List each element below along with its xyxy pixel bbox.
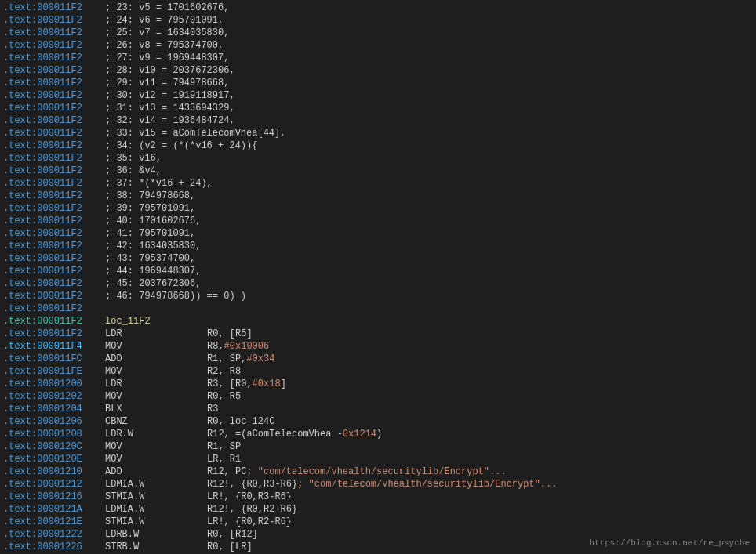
code-address: .text:000011F2: [3, 128, 105, 139]
code-line: .text:000011F2 ; 32: v14 = 1936484724,: [0, 114, 756, 127]
code-address: .text:000011F2: [3, 228, 105, 239]
code-comment: ; 39: 795701091,: [105, 203, 195, 214]
code-mnemonic: LDMIA.W: [105, 504, 207, 515]
code-line: .text:000011F2 ; 34: (v2 = (*(*v16 + 24)…: [0, 139, 756, 152]
code-comment: ; 25: v7 = 1634035830,: [105, 27, 229, 38]
code-address: .text:000011F2: [3, 2, 105, 13]
code-line: .text:00001212 LDMIA.W R12!, {R0,R3-R6} …: [0, 478, 756, 491]
code-address: .text:00001222: [3, 529, 105, 540]
code-line: .text:000011F2: [0, 302, 756, 315]
code-address: .text:000011F2: [3, 291, 105, 302]
code-comment: ; 28: v10 = 2037672306,: [105, 65, 235, 76]
code-mnemonic: MOV: [105, 341, 207, 352]
code-mnemonic: LDR: [105, 328, 207, 339]
code-address: .text:0000121A: [3, 504, 105, 515]
code-comment: ; 32: v14 = 1936484724,: [105, 115, 235, 126]
code-comment: ; 35: v16,: [105, 153, 162, 164]
code-comment: ; 44: 1969448307,: [105, 266, 201, 277]
code-mnemonic: STRB.W: [105, 541, 207, 552]
code-mnemonic: STMIA.W: [105, 491, 207, 502]
code-line: .text:000011F2 loc_11F2: [0, 315, 756, 328]
watermark: https://blog.csdn.net/re_psyche: [589, 538, 750, 548]
code-address: .text:000011F2: [3, 253, 105, 264]
code-operand: R2, R8: [207, 366, 241, 377]
code-address: .text:000011F2: [3, 303, 105, 314]
code-address: .text:000011F2: [3, 140, 105, 151]
code-mnemonic: STMIA.W: [105, 516, 207, 527]
code-address: .text:000011F2: [3, 90, 105, 101]
code-operand: R12, =(aComTelecomVhea -: [207, 429, 343, 440]
code-line: .text:00001210 ADD R12, PC ; "com/teleco…: [0, 465, 756, 478]
code-mnemonic: CBNZ: [105, 416, 207, 427]
code-address: .text:000011F2: [3, 316, 105, 327]
code-operand: 0x1214: [343, 429, 376, 440]
code-address: .text:000011F2: [3, 153, 105, 164]
code-line: .text:000011F4 MOV R8, #0x10006: [0, 340, 756, 353]
code-line: .text:000011F2 ; 44: 1969448307,: [0, 265, 756, 277]
code-comment: ; 34: (v2 = (*(*v16 + 24)){: [105, 140, 257, 151]
code-address: .text:000011F2: [3, 241, 105, 252]
code-line: .text:000011F2 LDR R0, [R5]: [0, 328, 756, 340]
code-address: .text:0000120E: [3, 454, 105, 465]
code-line: .text:000011F2 ; 45: 2037672306,: [0, 277, 756, 290]
code-operand: R12, PC: [207, 466, 246, 477]
code-line: .text:000011F2 ; 35: v16,: [0, 152, 756, 165]
code-address: .text:00001200: [3, 378, 105, 389]
code-comment: ; 43: 795374700,: [105, 253, 195, 264]
code-mnemonic: LDRB.W: [105, 529, 207, 540]
code-address: .text:000011FC: [3, 353, 105, 364]
code-comment: ; 41: 795701091,: [105, 228, 195, 239]
code-line: .text:000011F2 ; 27: v9 = 1969448307,: [0, 52, 756, 64]
code-line: .text:000011F2 ; 30: v12 = 1919118917,: [0, 89, 756, 102]
code-address: .text:000011F2: [3, 266, 105, 277]
code-comment: ; "com/telecom/vhealth/securitylib/Encry…: [246, 466, 506, 477]
code-comment: ; 33: v15 = aComTelecomVhea[44],: [105, 128, 285, 139]
code-address: .text:00001210: [3, 466, 105, 477]
code-address: .text:0000120C: [3, 441, 105, 452]
code-line: .text:000011F2 ; 25: v7 = 1634035830,: [0, 27, 756, 39]
code-operand: LR!, {R0,R2-R6}: [207, 516, 292, 527]
code-line: .text:000011F2 ; 29: v11 = 794978668,: [0, 77, 756, 89]
code-line: .text:000011F2 ; 28: v10 = 2037672306,: [0, 64, 756, 77]
code-operand: R3, [R0,: [207, 378, 253, 389]
code-line: .text:0000120E MOV LR, R1: [0, 453, 756, 465]
code-container: .text:000011F2 ; 23: v5 = 1701602676,.te…: [0, 0, 756, 554]
code-mnemonic: LDR: [105, 378, 207, 389]
code-line: .text:0000120C MOV R1, SP: [0, 440, 756, 453]
code-line: .text:000011F2 ; 36: &v4,: [0, 165, 756, 177]
code-mnemonic: MOV: [105, 441, 207, 452]
code-address: .text:000011F2: [3, 78, 105, 89]
code-comment: ; "com/telecom/vhealth/securitylib/Encry…: [297, 479, 557, 490]
code-line: .text:000011F2 ; 46: 794978668)) == 0) ): [0, 290, 756, 302]
code-address: .text:00001204: [3, 404, 105, 415]
code-address: .text:000011F2: [3, 203, 105, 214]
code-operand: ]: [281, 378, 286, 389]
code-comment: ; 23: v5 = 1701602676,: [105, 2, 229, 13]
code-line: .text:000011FE MOV R2, R8: [0, 365, 756, 378]
code-address: .text:00001226: [3, 541, 105, 552]
code-operand: R0, [R12]: [207, 529, 258, 540]
code-address: .text:00001208: [3, 429, 105, 440]
code-address: .text:00001212: [3, 479, 105, 490]
code-line: .text:0000121A LDMIA.W R12!, {R0,R2-R6}: [0, 503, 756, 516]
code-operand: R1, SP,: [207, 353, 246, 364]
code-operand: LR!, {R0,R3-R6}: [207, 491, 292, 502]
code-line: .text:0000121E STMIA.W LR!, {R0,R2-R6}: [0, 516, 756, 528]
code-line: .text:00001204 BLX R3: [0, 403, 756, 415]
code-line: .text:00001200 LDR R3, [R0,#0x18]: [0, 378, 756, 390]
code-operand: R0, [LR]: [207, 541, 253, 552]
code-address: .text:0000121E: [3, 516, 105, 527]
code-comment: ; 24: v6 = 795701091,: [105, 15, 224, 26]
code-address: .text:000011F2: [3, 65, 105, 76]
code-operand: #0x18: [253, 378, 281, 389]
code-line: .text:000011F2 ; 23: v5 = 1701602676,: [0, 2, 756, 14]
code-comment: ; 40: 1701602676,: [105, 215, 201, 226]
code-mnemonic: ADD: [105, 353, 207, 364]
code-line: .text:000011F2 ; 26: v8 = 795374700,: [0, 39, 756, 52]
code-comment: ; 29: v11 = 794978668,: [105, 78, 229, 89]
code-operand: R8,: [207, 341, 224, 352]
code-mnemonic: MOV: [105, 454, 207, 465]
code-line: .text:000011FC ADD R1, SP, #0x34: [0, 353, 756, 365]
code-address: .text:000011F2: [3, 40, 105, 51]
code-comment: ; 27: v9 = 1969448307,: [105, 53, 229, 63]
